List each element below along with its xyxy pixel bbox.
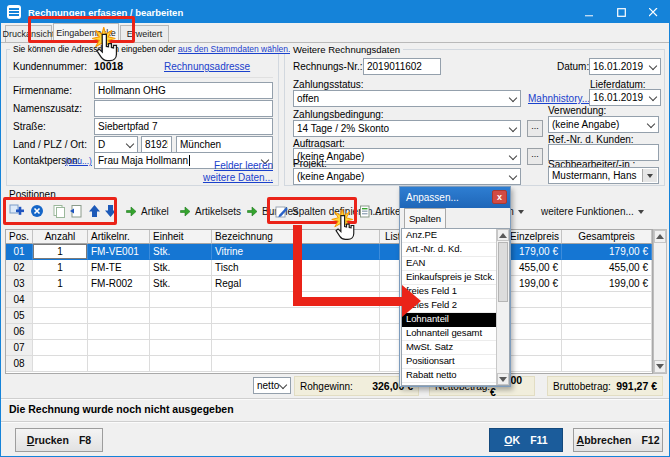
anzahl-cell: 1 bbox=[33, 244, 88, 260]
zahlungsstatus-label: Zahlungsstatus: bbox=[293, 79, 364, 90]
anzahl-cell bbox=[33, 324, 88, 340]
datum-label: Datum: bbox=[557, 61, 589, 72]
gesamtpreis-cell bbox=[562, 356, 652, 372]
header-artikelnr[interactable]: Artikelnr. bbox=[88, 230, 150, 244]
mahnhistory-link[interactable]: Mahnhistory... bbox=[528, 93, 590, 104]
anzahl-edit-field[interactable]: 1 bbox=[33, 244, 87, 259]
list-item[interactable]: Einkaufspreis je Stck. bbox=[402, 271, 496, 285]
header-pos[interactable]: Pos. bbox=[6, 230, 33, 244]
einzelpreis-cell: 199,00 € bbox=[508, 276, 562, 292]
bezeichnung-cell bbox=[212, 340, 380, 356]
list-item[interactable]: Lohnanteil gesamt bbox=[402, 327, 496, 341]
einheit-cell: Stk. bbox=[150, 260, 212, 276]
maximize-button[interactable] bbox=[605, 1, 637, 23]
abbrechen-button[interactable]: AbbrechenF12 bbox=[573, 428, 663, 452]
list-item[interactable]: Rabatt netto bbox=[402, 369, 496, 383]
header-einheit[interactable]: Einheit bbox=[150, 230, 212, 244]
zahlungsbedingung-more-button[interactable]: ... bbox=[527, 120, 543, 137]
strasse-field[interactable] bbox=[94, 118, 273, 135]
artikelnr-cell: FM-TE bbox=[88, 260, 150, 276]
annotation-box-position-toolbar bbox=[3, 197, 117, 225]
weitere-funktionen-dropdown[interactable]: weitere Funktionen... bbox=[541, 206, 644, 217]
minimize-button[interactable] bbox=[573, 1, 605, 23]
felder-leeren-link[interactable]: Felder leeren bbox=[191, 160, 273, 171]
close-button[interactable] bbox=[637, 1, 669, 23]
netto-brutto-select[interactable]: netto bbox=[253, 377, 291, 394]
stammdaten-link[interactable]: aus den Stammdaten wählen... bbox=[178, 44, 295, 54]
ok-label: K bbox=[513, 434, 521, 446]
chevron-down-icon bbox=[279, 380, 287, 388]
artikel-label: Artikel bbox=[141, 206, 169, 217]
table-row[interactable]: 08 bbox=[6, 356, 652, 372]
ok-button[interactable]: OKF11 bbox=[489, 428, 563, 452]
invoice-legend: Weitere Rechnungsdaten bbox=[290, 44, 403, 55]
gesamtpreis-cell bbox=[562, 308, 652, 324]
table-row[interactable]: 02 1 FM-TE Stk. Tisch 455,00 € 455,00 € bbox=[6, 260, 652, 276]
sachbearbeiter-select[interactable]: Mustermann, Hans bbox=[548, 167, 659, 184]
anzahl-cell bbox=[33, 356, 88, 372]
auftragsart-more-button[interactable]: ... bbox=[527, 148, 543, 165]
ort-field[interactable] bbox=[176, 136, 273, 153]
artikelnr-cell bbox=[88, 340, 150, 356]
datum-select[interactable]: 16.01.2019 bbox=[589, 58, 661, 75]
popup-scroll-up-button[interactable] bbox=[497, 229, 509, 241]
weitere-daten-link[interactable]: weitere Daten... bbox=[181, 172, 273, 183]
ok-fkey: F11 bbox=[530, 434, 548, 446]
popup-scroll-down-button[interactable] bbox=[497, 373, 509, 385]
plz-field[interactable] bbox=[141, 136, 172, 153]
einheit-cell bbox=[150, 308, 212, 324]
popup-close-button[interactable]: x bbox=[492, 190, 507, 204]
list-item[interactable]: EAN bbox=[402, 257, 496, 271]
address-intro: Sie können die Adressdaten eingeben oder… bbox=[10, 44, 298, 54]
popup-scroll-thumb[interactable] bbox=[498, 242, 508, 302]
lieferdatum-select[interactable]: 16.01.2019 bbox=[589, 89, 661, 106]
firmenname-label: Firmenname: bbox=[13, 85, 72, 96]
list-item[interactable]: Positionsart bbox=[402, 355, 496, 369]
annotation-arrowhead bbox=[402, 285, 421, 317]
table-scrollbar[interactable] bbox=[653, 229, 667, 374]
bruttobetrag-box: Bruttobetrag: 991,27 € bbox=[547, 376, 663, 396]
list-item[interactable]: Art.-Nr. d. Kd. bbox=[402, 243, 496, 257]
auftragsart-select[interactable]: (keine Angabe) bbox=[293, 148, 521, 165]
popup-scrollbar[interactable] bbox=[496, 229, 509, 385]
firmenname-field[interactable] bbox=[94, 82, 273, 99]
verwendung-value: (keine Angabe) bbox=[552, 119, 619, 130]
verwendung-label: Verwendung: bbox=[548, 105, 606, 116]
address-divider bbox=[9, 77, 273, 78]
artikel-button[interactable]: Artikel bbox=[125, 205, 169, 217]
header-anzahl[interactable]: Anzahl bbox=[33, 230, 88, 244]
rechnungsadresse-link[interactable]: Rechnungsadresse bbox=[164, 61, 250, 72]
scroll-up-button[interactable] bbox=[654, 230, 666, 243]
scroll-down-button[interactable] bbox=[654, 360, 666, 373]
zahlungsbedingung-label: Zahlungsbedingung: bbox=[293, 109, 384, 120]
namenszusatz-field[interactable] bbox=[94, 100, 273, 117]
einheit-cell bbox=[150, 340, 212, 356]
dropdown-button[interactable] bbox=[642, 169, 657, 182]
land-select[interactable]: D bbox=[94, 136, 138, 153]
chevron-down-icon bbox=[647, 174, 653, 178]
zahlungsbedingung-select[interactable]: 14 Tage / 2% Skonto bbox=[293, 120, 521, 137]
verwendung-select[interactable]: (keine Angabe) bbox=[548, 116, 659, 133]
list-item[interactable]: MwSt. Satz bbox=[402, 341, 496, 355]
rechnungsnr-field[interactable] bbox=[363, 58, 441, 75]
table-row[interactable]: 07 bbox=[6, 340, 652, 356]
einheit-cell: Stk. bbox=[150, 244, 212, 260]
kontaktperson-neu-link[interactable]: (neu...) bbox=[65, 156, 92, 166]
list-item[interactable]: Rohgewinn gesamt bbox=[402, 383, 496, 385]
list-item[interactable]: Anz.PE bbox=[402, 229, 496, 243]
land-value: D bbox=[98, 139, 105, 150]
drucken-button[interactable]: DruckenF8 bbox=[15, 428, 103, 452]
sachbearbeiter-value: Mustermann, Hans bbox=[552, 170, 636, 181]
artikelnr-cell bbox=[88, 308, 150, 324]
header-einzelpreis[interactable]: Einzelpreis bbox=[508, 230, 562, 244]
table-row[interactable]: 05 bbox=[6, 308, 652, 324]
lieferdatum-value: 16.01.2019 bbox=[593, 92, 643, 103]
popup-tab-spalten[interactable]: Spalten bbox=[404, 208, 446, 228]
table-row[interactable]: 03 1 FM-R002 Stk. Regal 199,00 € 199,00 … bbox=[6, 276, 652, 292]
table-row[interactable]: 06 bbox=[6, 324, 652, 340]
chevron-down-icon bbox=[509, 93, 517, 101]
header-gesamtpreis[interactable]: Gesamtpreis bbox=[562, 230, 652, 244]
artikelsets-button[interactable]: Artikelsets bbox=[179, 205, 241, 217]
zahlungsstatus-select[interactable]: offen bbox=[293, 90, 521, 107]
projekt-select[interactable]: (keine Angabe) bbox=[293, 168, 521, 185]
